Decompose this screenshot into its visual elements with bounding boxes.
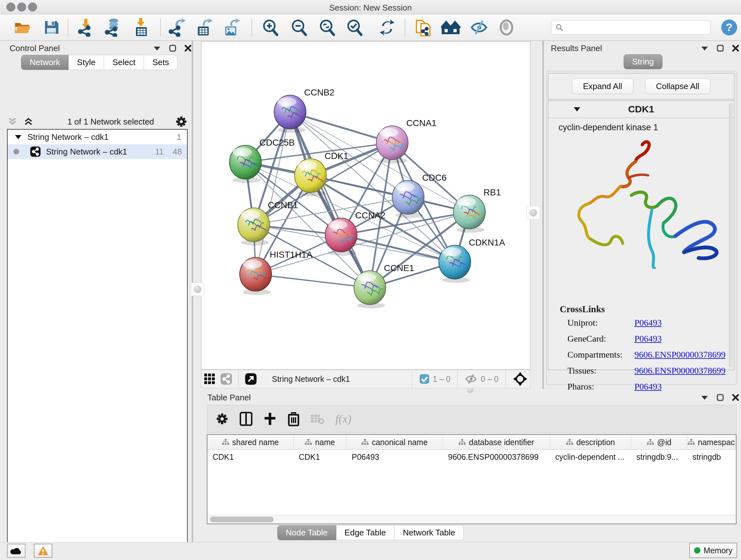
import-network-file-button[interactable] — [76, 17, 96, 37]
crosslink-row: GeneCard:P06493 — [567, 334, 732, 344]
import-table-file-button[interactable] — [131, 17, 151, 37]
collapse-all-icon[interactable] — [7, 117, 18, 126]
export-network-button[interactable] — [167, 17, 187, 37]
open-session-button[interactable] — [13, 17, 32, 37]
network-node-CCNB2[interactable]: CCNB2 — [274, 87, 334, 133]
tab-node-table[interactable]: Node Table — [277, 525, 336, 540]
delete-column-icon[interactable] — [287, 412, 300, 426]
left-splitter-handle[interactable] — [191, 283, 204, 296]
panel-float-icon[interactable] — [717, 394, 724, 401]
string-import-button[interactable] — [414, 17, 433, 37]
network-options-gear-icon[interactable] — [175, 115, 188, 128]
panel-close-icon[interactable] — [185, 45, 192, 52]
column-header-name[interactable]: name — [293, 435, 347, 449]
column-header-canonical-name[interactable]: canonical name — [347, 435, 443, 449]
network-canvas[interactable]: CCNB2CCNA1CDC25BCDK1CDC6RB1CCNB1CCNA2CDK… — [201, 42, 530, 370]
add-column-icon[interactable] — [263, 412, 277, 426]
home-networks-button[interactable] — [441, 17, 461, 37]
birdseye-grid-button[interactable] — [201, 371, 218, 387]
tab-sets[interactable]: Sets — [144, 55, 178, 70]
crosslink-link[interactable]: 9606.ENSP00000378699 — [634, 366, 725, 376]
table-row[interactable]: CDK1CDK1P064939606.ENSP00000378699cyclin… — [207, 450, 736, 464]
column-header-database-identifier[interactable]: database identifier — [443, 435, 550, 449]
collapse-triangle-icon[interactable] — [573, 106, 581, 112]
tab-network-table[interactable]: Network Table — [394, 525, 464, 540]
open-in-window-button[interactable] — [243, 371, 259, 387]
panel-menu-icon[interactable] — [701, 45, 709, 51]
fit-content-crosshair-icon[interactable] — [513, 372, 528, 386]
node-table[interactable]: shared namenamecanonical namedatabase id… — [207, 434, 737, 524]
results-scrollbar[interactable] — [729, 103, 733, 367]
network-edge-CCNB2-CCNE1[interactable] — [290, 112, 370, 288]
string-network-graph[interactable]: CCNB2CCNA1CDC25BCDK1CDC6RB1CCNB1CCNA2CDK… — [201, 42, 530, 369]
import-network-database-button[interactable] — [103, 17, 123, 37]
save-session-button[interactable] — [42, 17, 61, 37]
hidden-eye-slash-icon[interactable] — [465, 374, 477, 384]
crosslink-link[interactable]: P06493 — [634, 318, 662, 328]
network-node-RB1[interactable]: RB1 — [454, 187, 501, 233]
help-button[interactable]: ? — [719, 17, 739, 37]
hide-unhide-button[interactable] — [469, 17, 489, 37]
column-header-shared-name[interactable]: shared name — [207, 435, 293, 449]
eye-inactive-button[interactable] — [496, 17, 516, 37]
export-table-button[interactable] — [194, 17, 214, 37]
expand-all-button[interactable]: Expand All — [572, 78, 633, 94]
right-splitter-handle[interactable] — [527, 206, 540, 219]
zoom-out-button[interactable] — [289, 17, 309, 37]
collapse-all-button[interactable]: Collapse All — [645, 78, 711, 94]
memory-status-dot — [694, 547, 700, 554]
network-edge-HIST1H1A-CCNE1[interactable] — [256, 274, 370, 288]
tab-select[interactable]: Select — [104, 55, 144, 70]
panel-menu-icon[interactable] — [701, 395, 709, 400]
column-header-description[interactable]: description — [550, 435, 631, 449]
table-options-gear-icon[interactable] — [215, 412, 229, 426]
panel-menu-icon[interactable] — [153, 45, 161, 51]
zoom-in-button[interactable] — [260, 17, 280, 37]
cloud-status-button[interactable] — [7, 544, 25, 558]
network-node-CDC6[interactable]: CDC6 — [392, 173, 447, 218]
network-badge-button[interactable] — [218, 371, 234, 387]
memory-button[interactable]: Memory — [689, 543, 737, 558]
column-header--id[interactable]: @id — [631, 435, 687, 449]
footer-separator — [239, 370, 239, 388]
network-node-CDKN1A[interactable]: CDKN1A — [439, 238, 505, 283]
control-panel-tabs: NetworkStyleSelectSets — [21, 55, 178, 70]
network-node-CCNE1[interactable]: CCNE1 — [354, 263, 414, 308]
panel-float-icon[interactable] — [717, 45, 724, 52]
tree-collapse-triangle-icon[interactable] — [15, 134, 22, 139]
show-columns-icon[interactable] — [240, 412, 253, 426]
network-tree-root-row[interactable]: String Network – cdk1 1 — [8, 130, 187, 144]
network-node-CCNB1[interactable]: CCNB1 — [238, 200, 298, 246]
search-input[interactable] — [563, 23, 702, 32]
crosslink-link[interactable]: 9606.ENSP00000378699 — [634, 350, 725, 360]
tab-network[interactable]: Network — [21, 55, 69, 70]
apply-layout-button[interactable] — [377, 17, 397, 37]
selected-node-edge-counts: 1 – 0 — [433, 374, 451, 384]
panel-close-icon[interactable] — [732, 45, 739, 52]
column-header-namespac[interactable]: namespac — [687, 435, 735, 449]
network-tree-child-row[interactable]: String Network – cdk1 11 48 — [8, 144, 187, 159]
tab-string[interactable]: String — [623, 54, 663, 69]
zoom-selected-button[interactable] — [345, 17, 364, 37]
zoom-fit-button[interactable] — [317, 17, 337, 37]
table-panel-title: Table Panel — [207, 393, 251, 402]
cloud-icon — [10, 547, 22, 555]
node-label-CCNA1: CCNA1 — [406, 118, 436, 128]
tab-style[interactable]: Style — [69, 55, 104, 70]
warnings-button[interactable] — [34, 544, 52, 558]
table-horizontal-scrollbar[interactable] — [207, 515, 736, 523]
panel-close-icon[interactable] — [732, 394, 739, 401]
selected-checkbox-icon[interactable] — [419, 374, 429, 384]
network-node-CCNA1[interactable]: CCNA1 — [376, 118, 436, 164]
export-image-button[interactable] — [221, 17, 241, 37]
string-results-container: Expand All Collapse All CDK1 cyclin-depe… — [546, 71, 737, 385]
protein-detail-card: CDK1 cyclin-dependent kinase 1 — [548, 101, 734, 370]
crosslink-link[interactable]: P06493 — [634, 334, 662, 344]
panel-float-icon[interactable] — [169, 45, 176, 52]
network-node-HIST1H1A[interactable]: HIST1H1A — [240, 250, 313, 295]
tab-edge-table[interactable]: Edge Table — [336, 525, 395, 540]
protein-card-header[interactable]: CDK1 — [548, 101, 734, 118]
scrollbar-thumb[interactable] — [210, 516, 274, 522]
footer-separator — [412, 370, 412, 388]
expand-all-icon[interactable] — [23, 117, 34, 126]
